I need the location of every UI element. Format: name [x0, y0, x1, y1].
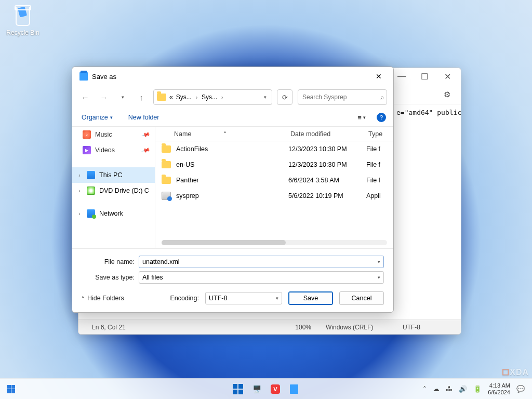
notifications-button[interactable]: 💬: [516, 385, 525, 393]
recycle-bin-label: Recycle Bin: [4, 29, 42, 36]
notepad-settings-button[interactable]: ⚙: [440, 88, 454, 101]
tray-overflow-button[interactable]: ˄: [423, 385, 427, 393]
nav-forward-button[interactable]: →: [97, 90, 111, 104]
vivaldi-icon: V: [271, 384, 280, 394]
taskbar-app-1[interactable]: 🖥️: [250, 382, 263, 396]
savetype-combo[interactable]: All files ▾: [139, 271, 384, 284]
file-row[interactable]: Panther 6/6/2024 3:58 AM File f: [155, 172, 393, 188]
chevron-down-icon: ▾: [110, 115, 113, 120]
status-eol: Windows (CRLF): [318, 324, 395, 331]
pin-icon: 📌: [141, 145, 151, 155]
nav-tree: Music 📌 Videos 📌 › This PC › DVD Drive (…: [72, 127, 155, 248]
address-bar[interactable]: « Sys... › Sys... › ▾: [153, 89, 272, 105]
breadcrumb-prefix: «: [169, 94, 173, 101]
taskbar-clock[interactable]: 4:13 AM 6/6/2024: [488, 382, 510, 395]
recycle-bin-icon: [11, 4, 34, 27]
arrow-left-icon: ←: [82, 93, 89, 102]
folder-icon: [162, 145, 171, 153]
start-button[interactable]: [231, 382, 245, 396]
view-options-button[interactable]: ≡ ▾: [354, 111, 369, 124]
chevron-right-icon[interactable]: ›: [76, 211, 83, 217]
arrow-up-icon: ↑: [139, 93, 143, 102]
save-button[interactable]: Save: [288, 291, 333, 305]
taskbar-app-vivaldi[interactable]: V: [269, 382, 282, 396]
search-box[interactable]: ⌕: [298, 89, 387, 105]
chevron-down-icon[interactable]: ▾: [378, 259, 380, 264]
status-encoding: UTF-8: [395, 324, 455, 331]
nav-back-button[interactable]: ←: [78, 90, 92, 104]
sort-indicator-icon: ▴: [224, 129, 226, 134]
notepad-close-button[interactable]: ✕: [436, 69, 459, 84]
breadcrumb-seg-1[interactable]: Sys...: [176, 94, 192, 101]
notepad-maximize-button[interactable]: ☐: [413, 69, 436, 84]
network-icon: [87, 209, 95, 218]
folder-icon: [157, 94, 166, 101]
chevron-right-icon: ›: [220, 95, 224, 100]
refresh-button[interactable]: ⟳: [277, 89, 292, 105]
encoding-combo[interactable]: UTF-8 ▾: [205, 292, 282, 304]
chevron-down-icon: ▾: [363, 115, 366, 120]
folder-icon: [162, 177, 171, 184]
music-icon: [83, 130, 91, 139]
horizontal-scrollbar[interactable]: [162, 240, 387, 245]
status-zoom: 100%: [267, 324, 318, 331]
pin-icon: 📌: [141, 130, 151, 139]
videos-icon: [83, 146, 91, 154]
notepad-icon: [290, 384, 298, 394]
watermark: ☐XDA: [502, 367, 529, 377]
app-icon: 🖥️: [252, 385, 261, 393]
address-dropdown[interactable]: ▾: [262, 95, 269, 100]
chevron-down-icon: ▾: [122, 95, 124, 100]
pc-icon: [87, 171, 95, 179]
list-icon: ≡: [357, 114, 362, 122]
chevron-down-icon[interactable]: ▾: [276, 296, 278, 301]
close-icon: ✕: [376, 72, 382, 81]
onedrive-icon[interactable]: ☁: [433, 385, 440, 393]
search-input[interactable]: [302, 94, 380, 101]
search-icon: ⌕: [380, 94, 384, 101]
chevron-down-icon[interactable]: ▾: [378, 275, 380, 280]
widgets-button[interactable]: [4, 382, 18, 396]
tree-node-dvd[interactable]: › DVD Drive (D:) C: [72, 183, 155, 198]
hide-folders-button[interactable]: ˄ Hide Folders: [82, 295, 124, 302]
nav-recent-button[interactable]: ▾: [116, 90, 129, 104]
dialog-title: Save as: [92, 73, 116, 81]
file-row[interactable]: ActionFiles 12/3/2023 10:30 PM File f: [155, 141, 393, 157]
file-list-header[interactable]: ▴ Name Date modified Type: [155, 127, 393, 141]
filename-input[interactable]: [142, 258, 378, 265]
help-button[interactable]: ?: [377, 113, 386, 122]
file-row[interactable]: en-US 12/3/2023 10:30 PM File f: [155, 157, 393, 172]
help-icon: ?: [380, 114, 383, 121]
nav-up-button[interactable]: ↑: [135, 90, 148, 104]
battery-tray-icon[interactable]: 🔋: [473, 385, 482, 393]
tree-node-videos[interactable]: Videos 📌: [72, 142, 155, 158]
file-row[interactable]: sysprep 5/6/2022 10:19 PM Appli: [155, 188, 393, 204]
dialog-close-button[interactable]: ✕: [368, 69, 389, 84]
network-tray-icon[interactable]: 🖧: [446, 385, 453, 393]
volume-tray-icon[interactable]: 🔊: [459, 385, 467, 393]
gear-icon: ⚙: [444, 90, 450, 99]
tree-node-music[interactable]: Music 📌: [72, 127, 155, 142]
organize-button[interactable]: Organize ▾: [79, 112, 115, 123]
save-as-dialog: Save as ✕ ← → ▾ ↑ « Sys... › Sys... › ▾ …: [72, 66, 394, 313]
dvd-icon: [87, 187, 95, 195]
taskbar-app-notepad[interactable]: [287, 382, 301, 396]
notepad-icon: [79, 72, 88, 81]
cancel-button[interactable]: Cancel: [339, 291, 384, 305]
system-tray: ˄ ☁ 🖧 🔊 🔋 4:13 AM 6/6/2024 💬: [423, 382, 528, 395]
application-icon: [162, 192, 171, 200]
desktop-recycle-bin[interactable]: Recycle Bin: [4, 4, 42, 36]
chevron-right-icon[interactable]: ›: [76, 188, 83, 194]
new-folder-button[interactable]: New folder: [126, 112, 162, 123]
chevron-right-icon[interactable]: ›: [76, 172, 83, 178]
widgets-icon: [7, 385, 15, 393]
arrow-right-icon: →: [100, 93, 108, 102]
folder-icon: [162, 161, 171, 168]
tree-node-this-pc[interactable]: › This PC: [72, 167, 155, 183]
tree-node-network[interactable]: › Network: [72, 206, 155, 221]
chevron-right-icon: ›: [195, 95, 198, 100]
breadcrumb-seg-2[interactable]: Sys...: [202, 94, 217, 101]
filename-combo[interactable]: ▾: [139, 256, 384, 268]
status-cursor-pos: Ln 6, Col 21: [85, 324, 267, 331]
savetype-label: Save as type:: [82, 274, 139, 281]
